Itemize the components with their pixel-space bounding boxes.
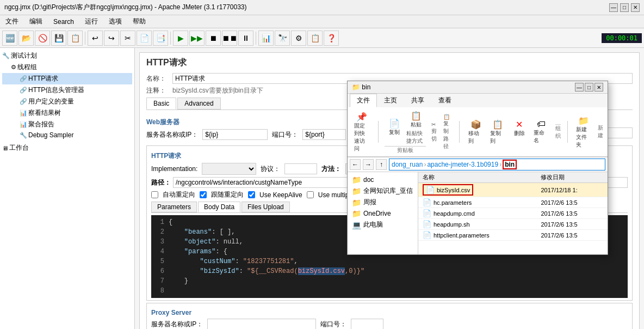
fe-tab-file[interactable]: 文件 [350,94,377,107]
fe-bread-dongruan[interactable]: dong_ruan [392,161,423,168]
panel-title: HTTP请求 [146,57,633,69]
toolbar-help[interactable]: ❓ [324,31,339,46]
fe-delete-button[interactable]: ✕ 删除 [510,118,529,146]
fe-paste-button[interactable]: 📋 粘贴 [406,109,426,130]
fe-move-to-button[interactable]: 📦 移动到 [466,118,486,146]
fe-tab-view[interactable]: 查看 [431,94,459,107]
toolbar-open[interactable]: 📂 [18,31,34,46]
toolbar-cut[interactable]: ✂ [120,31,135,46]
fe-back-button[interactable]: ← [350,159,361,170]
close-button[interactable]: ✕ [631,3,640,12]
sub-tab-body[interactable]: Body Data [198,202,240,212]
fe-pin-button[interactable]: 📌 固定到快速访问 [352,111,371,154]
note-label: 注释： [146,86,168,95]
fe-new-folder-button[interactable]: 📁 新建文件夹 [574,114,593,150]
impl-select[interactable] [202,163,256,175]
cb-multipart[interactable] [307,191,314,198]
toolbar-run-all[interactable]: ▶▶ [189,31,205,46]
fe-file-heapdump-cmd[interactable]: 📄 heapdump.cmd 2017/2/6 13:5 [418,208,608,219]
toolbar-revert[interactable]: 📋 [67,31,83,46]
fe-rename-button[interactable]: 🏷 重命名 [531,118,551,146]
fe-folder-onedrive[interactable]: 📁 OneDrive [350,208,416,219]
fe-file-bizsysid[interactable]: 📄 bizSysId.csv 2017/12/18 1: [418,183,608,197]
fe-file-heapdumpsh-name[interactable]: 📄 heapdump.sh [418,219,536,230]
menu-search[interactable]: Search [50,17,77,27]
toolbar-expand[interactable]: 📑 [153,31,168,46]
toolbar-stop[interactable]: ⏹ [206,31,221,46]
fe-forward-button[interactable]: → [363,159,374,170]
fe-file-httpclient[interactable]: 📄 httpclient.parameters 2017/2/6 13:5 [418,230,608,241]
port-input[interactable] [302,129,346,140]
sub-tab-params[interactable]: Parameters [151,202,197,212]
toolbar-pause[interactable]: ⏸ [238,31,253,46]
menu-run[interactable]: 运行 [82,16,101,27]
toolbar-stop-all[interactable]: ⏹⏹ [222,31,237,46]
fe-close[interactable]: ✕ [595,83,603,92]
sub-tab-files[interactable]: Files Upload [242,202,290,212]
toolbar-list[interactable]: 📋 [307,31,323,46]
fe-copy-to-button[interactable]: 📋 复制到 [488,118,507,146]
menu-options[interactable]: 选项 [106,16,125,27]
tab-advanced[interactable]: Advanced [177,98,220,109]
fe-file-heapdumpcmd-name[interactable]: 📄 heapdump.cmd [418,208,536,219]
toolbar-new[interactable]: 🆕 [2,31,17,46]
protocol-input[interactable] [284,163,317,174]
menu-edit[interactable]: 编辑 [26,16,46,27]
toolbar-binoculars[interactable]: 🔭 [275,31,290,46]
fe-file-bizsysid-name[interactable]: 📄 bizSysId.csv [418,183,536,197]
toolbar-settings[interactable]: ⚙ [291,31,306,46]
tree-results[interactable]: 📊 察看结果树 [2,107,132,119]
fe-file-httpclient-name[interactable]: 📄 httpclient.parameters [418,230,536,241]
minimize-button[interactable]: — [609,3,618,12]
tree-http-request[interactable]: 🔗 HTTP请求 [2,73,132,84]
fe-minimize[interactable]: — [575,83,584,92]
fe-folder-zhoubao[interactable]: 📁 周报 [350,197,416,208]
fe-paste-shortcut[interactable]: 粘贴快捷方式 [406,130,426,145]
server-input[interactable] [202,129,268,140]
fe-copy-button[interactable]: 📄 复制 [385,117,404,137]
cb-keepalive-label: Use KeepAlive [259,191,302,199]
tree-http-header[interactable]: 🔗 HTTP信息头管理器 [2,84,132,96]
code-line-5: 5 "custNum": "18237751281", [153,257,626,266]
fe-col-date[interactable]: 修改日期 [536,172,608,183]
maximize-button[interactable]: □ [620,3,629,12]
proxy-port-input[interactable] [351,319,383,329]
fe-file-hc-name[interactable]: 📄 hc.parameters [418,197,536,208]
toolbar-redo[interactable]: ↪ [104,31,119,46]
fe-bread-bin[interactable]: bin [503,160,517,169]
toolbar-run[interactable]: ▶ [173,31,188,46]
toolbar-save[interactable]: 💾 [51,31,66,46]
tree-thread-group[interactable]: ⚙ 线程组 [2,62,132,73]
tree-workbench[interactable]: 🖥 工作台 [2,142,132,154]
fe-copy-path-button[interactable]: 📋 复制路径 [442,113,453,151]
cb-keepalive[interactable] [248,191,255,198]
toolbar-error[interactable]: 🚫 [35,31,50,46]
toolbar-copy[interactable]: 📄 [137,31,152,46]
fe-cut-button[interactable]: ✂ 剪切 [430,120,438,144]
tab-basic[interactable]: Basic [146,98,176,109]
menu-file[interactable]: 文件 [2,16,22,27]
fe-bread-jmeter[interactable]: apache-jmeter-3.1b0919 [427,161,498,168]
toolbar-undo[interactable]: ↩ [88,31,103,46]
fe-maximize[interactable]: □ [585,83,593,92]
tree-panel: 🔧 测试计划 ⚙ 线程组 🔗 HTTP请求 🔗 HTTP信息头管理器 🔗 用户定… [0,48,135,329]
fe-tab-share[interactable]: 共享 [404,94,431,107]
menu-help[interactable]: 帮助 [129,16,149,27]
cb-auto-redirect[interactable] [151,191,158,198]
tree-user-vars[interactable]: 🔗 用户定义的变量 [2,96,132,107]
toolbar-chart[interactable]: 📊 [258,31,274,46]
fe-tab-home[interactable]: 主页 [377,94,404,107]
tree-aggregate[interactable]: 📊 聚合报告 [2,119,132,130]
fe-file-hc[interactable]: 📄 hc.parameters 2017/2/6 13:5 [418,197,608,208]
fe-file-heapdump-sh[interactable]: 📄 heapdump.sh 2017/2/6 13:5 [418,219,608,230]
tree-test-plan[interactable]: 🔧 测试计划 [2,50,132,62]
fe-folder-quanwang[interactable]: 📁 全网知识库_亚信 [350,185,416,197]
fe-rename-label: 重命名 [534,129,549,144]
tree-debug[interactable]: 🔧 Debug Sampler [2,130,132,140]
proxy-server-input[interactable] [207,319,316,329]
fe-col-name[interactable]: 名称 [418,172,536,183]
cb-follow-redirect[interactable] [200,191,207,198]
fe-folder-doc[interactable]: 📁 doc [350,174,416,185]
fe-up-button[interactable]: ↑ [376,159,387,170]
fe-folder-computer[interactable]: 💻 此电脑 [350,219,416,230]
